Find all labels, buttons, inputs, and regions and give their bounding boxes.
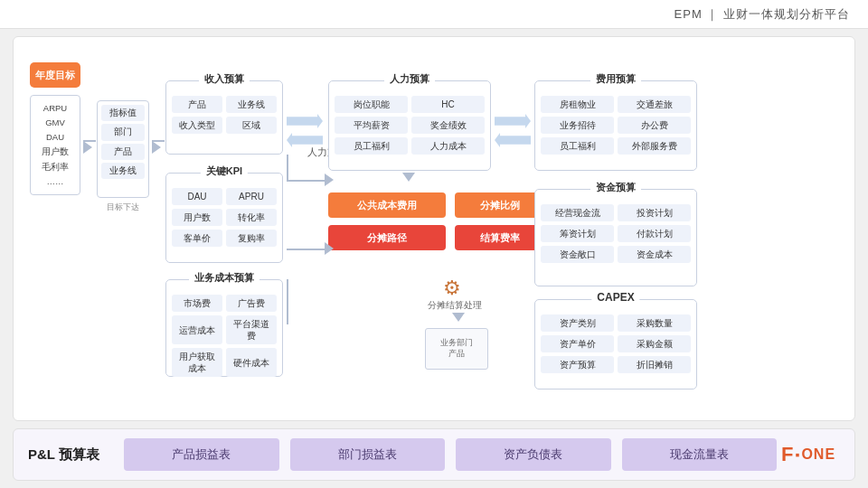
metric-more: …… [34,174,76,189]
hr-cost: 人力成本 [411,137,485,155]
line2 [152,140,165,142]
hr-hc: HC [411,96,485,113]
target-cell-dept: 部门 [101,124,145,140]
metric-dau: DAU [34,130,76,145]
hr-welfare: 员工福利 [335,137,408,155]
arrow-metrics-to-target [83,141,92,154]
diagram-box: 年度目标 ARPU GMV DAU 用户数 毛利率 …… 指标值 部门 [13,36,855,421]
logo-f: F [781,443,794,466]
logo-dot: ▪ [795,447,800,462]
exp-rent: 房租物业 [541,96,614,113]
gear-icon: ⚙ [443,277,461,300]
fund-raise: 筹资计划 [541,225,614,242]
arrow-r3 [325,242,334,255]
page: EPM ｜ 业财一体规划分析平台 年度目标 ARPU GMV DAU 用户数 毛… [0,0,868,488]
doc-box: 业务部门 产品 [425,328,488,370]
exp-service: 外部服务费 [618,137,691,155]
biz-ops: 运营成本 [172,315,222,344]
logo: F▪ONE [777,443,840,466]
line-h3 [287,249,328,250]
main-area: 年度目标 ARPU GMV DAU 用户数 毛利率 …… 指标值 部门 [0,29,868,488]
hr-budget-box: 人力预算 岗位职能 HC 平均薪资 奖金绩效 员工福利 人力成本 [328,80,491,171]
line-v3 [287,279,288,324]
rev-cell-bizline: 业务线 [226,96,277,113]
logo-one: ONE [801,446,835,463]
alloc-settle: 结算费率 [455,225,545,250]
target-box: 指标值 部门 产品 业务线 目标下达 [97,100,149,198]
tab-balance[interactable]: 资产负债表 [456,438,611,471]
biz-market: 市场费 [172,295,222,312]
kpi-conversion: 转化率 [226,209,277,226]
hr-bonus: 奖金绩效 [411,117,485,134]
line-v1 [287,155,288,182]
top-bar: EPM ｜ 业财一体规划分析平台 [0,0,868,29]
capex-title: CAPEX [591,291,639,304]
exp-office: 办公费 [618,117,691,134]
fund-invest: 投资计划 [618,204,691,221]
kpi-title: 关键KPI [201,164,248,178]
alloc-ratio: 分摊比例 [455,192,545,218]
target-label: 目标下达 [107,202,139,213]
alloc-process-label: 分摊结算处理 [419,299,491,312]
kpi-box: 关键KPI DAU APRU 用户数 转化率 客单价 复购率 [165,173,283,263]
fund-gap: 资金敞口 [541,246,614,263]
capex-qty: 采购数量 [618,314,691,332]
capex-amount: 采购金额 [618,335,691,352]
tab-cashflow[interactable]: 现金流量表 [622,438,778,471]
capex-deprec: 折旧摊销 [618,356,691,373]
platform-title: EPM ｜ 业财一体规划分析平台 [675,6,850,23]
bottom-bar: P&L 预算表 产品损益表 部门损益表 资产负债表 现金流量表 F▪ONE [13,428,855,481]
tab-product-pl[interactable]: 产品损益表 [124,438,279,471]
kpi-dau: DAU [172,188,222,205]
diagram-inner: 年度目标 ARPU GMV DAU 用户数 毛利率 …… 指标值 部门 [23,46,845,411]
exp-biz: 业务招待 [541,117,614,134]
arrow-r2 [325,174,334,186]
biz-acq: 用户获取成本 [172,348,222,377]
line-h2 [287,180,328,182]
fund-cashflow: 经营现金流 [541,204,614,221]
capex-price: 资产单价 [541,335,614,352]
bottom-tabs: 产品损益表 部门损益表 资产负债表 现金流量表 [124,438,777,471]
doc-label2: 产品 [448,349,465,360]
arrow-rev-to-hr [287,114,323,128]
alloc-public-cost: 公共成本费用 [328,192,446,218]
kpi-apru: APRU [226,188,277,205]
arrow-down-hr [402,173,415,182]
left-metrics: ARPU GMV DAU 用户数 毛利率 …… [30,95,80,195]
hr-budget-title: 人力预算 [384,72,435,86]
arrow-down-gear [452,313,465,322]
exp-welfare: 员工福利 [541,137,614,155]
target-cell-biz: 业务线 [101,163,145,179]
revenue-budget-box: 收入预算 产品 业务线 收入类型 区域 [165,80,283,155]
hr-salary: 平均薪资 [335,117,408,134]
doc-label: 业务部门 [440,338,473,349]
fund-budget-box: 资金预算 经营现金流 投资计划 筹资计划 付款计划 资金敞口 资金成本 [534,189,697,286]
fund-budget-title: 资金预算 [590,181,641,194]
metric-margin: 毛利率 [34,160,76,174]
metric-gmv: GMV [34,116,76,130]
rev-cell-product: 产品 [172,96,222,113]
metric-arpu: ARPU [34,101,76,116]
exp-travel: 交通差旅 [618,96,691,113]
rev-cell-type: 收入类型 [172,117,222,134]
arrow-expense-to-hr [495,133,531,147]
alloc-path: 分摊路径 [328,225,446,250]
fund-cost: 资金成本 [618,246,691,263]
biz-cost-title: 业务成本预算 [189,271,259,285]
biz-ad: 广告费 [226,295,277,312]
pl-title: P&L 预算表 [28,446,109,464]
kpi-repurchase: 复购率 [226,230,277,247]
tab-dept-pl[interactable]: 部门损益表 [290,438,446,471]
kpi-users: 用户数 [172,209,222,226]
expense-budget-box: 费用预算 房租物业 交通差旅 业务招待 办公费 员工福利 外部服务费 [534,80,697,171]
target-cell-product: 产品 [101,144,145,160]
biz-cost-box: 业务成本预算 市场费 广告费 运营成本 平台渠道费 用户获取成本 硬件成本 [165,279,283,377]
metric-users: 用户数 [34,145,76,159]
annual-target: 年度目标 [30,62,80,88]
capex-box: CAPEX 资产类别 采购数量 资产单价 采购金额 资产预算 折旧摊销 [534,299,697,389]
arrow-hr-to-rev [287,133,323,147]
line1 [83,140,96,142]
capex-budget: 资产预算 [541,356,614,373]
expense-budget-title: 费用预算 [590,72,641,86]
biz-hw: 硬件成本 [226,348,277,377]
